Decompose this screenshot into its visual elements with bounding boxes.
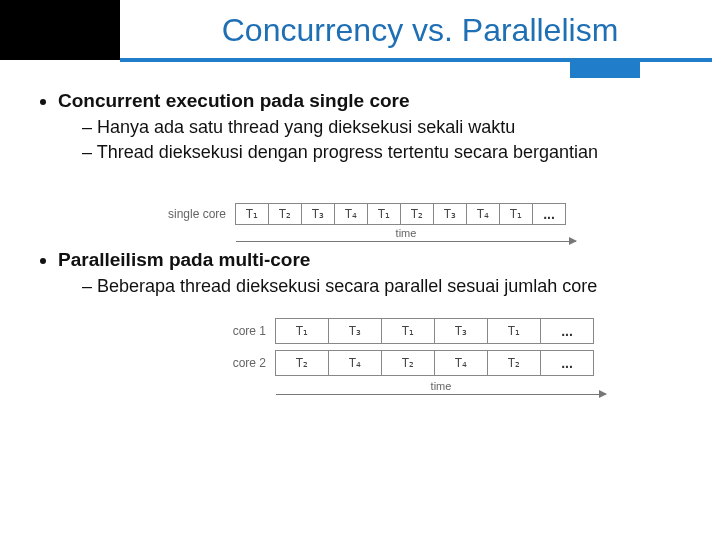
slide-body: Concurrent execution pada single core Ha… (0, 60, 720, 402)
single-core-cells: T₁ T₂ T₃ T₄ T₁ T₂ T₃ T₄ T₁ ... (236, 203, 566, 225)
timeslot: T₁ (275, 318, 329, 344)
figure-single-core: single core T₁ T₂ T₃ T₄ T₁ T₂ T₃ T₄ T₁ .… (158, 203, 628, 249)
title-accent-block (0, 0, 120, 60)
ellipsis: ... (540, 350, 594, 376)
bullet-concurrent: Concurrent execution pada single core Ha… (58, 90, 692, 249)
time-axis: time (236, 231, 576, 249)
timeslot: T₃ (434, 318, 488, 344)
timeslot: T₁ (367, 203, 401, 225)
timeslot: T₃ (301, 203, 335, 225)
timeslot: T₁ (235, 203, 269, 225)
timeslot: T₁ (499, 203, 533, 225)
time-axis: time (276, 384, 606, 402)
sub-bullet: Beberapa thread dieksekusi secara parall… (82, 275, 692, 298)
timeslot: T₂ (381, 350, 435, 376)
row-label-core1: core 1 (218, 324, 266, 338)
core1-cells: T₁ T₃ T₁ T₃ T₁ ... (276, 318, 594, 344)
arrow-head-icon (569, 237, 577, 245)
timeslot: T₄ (466, 203, 500, 225)
sub-bullet: Hanya ada satu thread yang dieksekusi se… (82, 116, 692, 139)
core1-row: core 1 T₁ T₃ T₁ T₃ T₁ ... (218, 318, 628, 344)
timeslot: T₄ (334, 203, 368, 225)
time-label: time (427, 380, 456, 392)
timeslot: T₂ (400, 203, 434, 225)
title-bar: Concurrency vs. Parallelism (0, 0, 720, 60)
single-core-row: single core T₁ T₂ T₃ T₄ T₁ T₂ T₃ T₄ T₁ .… (158, 203, 628, 225)
core2-row: core 2 T₂ T₄ T₂ T₄ T₂ ... (218, 350, 628, 376)
arrow-line (276, 394, 606, 395)
row-label-core2: core 2 (218, 356, 266, 370)
ellipsis: ... (532, 203, 566, 225)
ellipsis: ... (540, 318, 594, 344)
core2-cells: T₂ T₄ T₂ T₄ T₂ ... (276, 350, 594, 376)
title-tab-accent (570, 62, 640, 78)
timeslot: T₂ (275, 350, 329, 376)
time-label: time (392, 227, 421, 239)
sub-bullet: Thread dieksekusi dengan progress terten… (82, 141, 692, 164)
row-label-single-core: single core (158, 207, 226, 221)
bullet-parallelism-text: Paralleilism pada multi-core (58, 249, 310, 270)
slide-title: Concurrency vs. Parallelism (120, 0, 720, 60)
figure-multi-core: core 1 T₁ T₃ T₁ T₃ T₁ ... core 2 T₂ T₄ (218, 318, 628, 402)
timeslot: T₄ (328, 350, 382, 376)
timeslot: T₂ (487, 350, 541, 376)
arrow-line (236, 241, 576, 242)
timeslot: T₁ (381, 318, 435, 344)
timeslot: T₃ (328, 318, 382, 344)
timeslot: T₄ (434, 350, 488, 376)
timeslot: T₁ (487, 318, 541, 344)
arrow-head-icon (599, 390, 607, 398)
bullet-parallelism: Paralleilism pada multi-core Beberapa th… (58, 249, 692, 402)
bullet-concurrent-text: Concurrent execution pada single core (58, 90, 410, 111)
timeslot: T₂ (268, 203, 302, 225)
timeslot: T₃ (433, 203, 467, 225)
